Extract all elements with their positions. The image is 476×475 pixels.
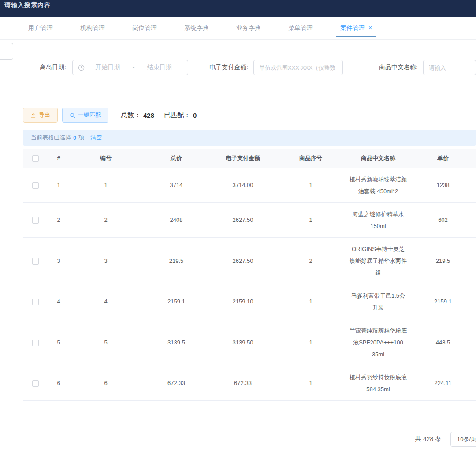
row-select-cell[interactable] (23, 366, 48, 400)
row-product-name: ORIGINS韦博士灵芝焕能好底子精华水两件组 (346, 237, 410, 284)
table-row: 2224082627.501海蓝之谜修护精萃水 150ml602 (23, 202, 476, 237)
row-product-name: 植村秀新琥珀臻萃洁颜油套装 450ml*2 (346, 168, 410, 202)
collapsed-panel-stub (0, 43, 13, 60)
count-summary: 总数：428 已匹配：0 (121, 111, 197, 120)
row-product-name: 海蓝之谜修护精萃水 150ml (346, 400, 410, 401)
row-unit-price: 224.11 (410, 366, 476, 400)
row-checkbox[interactable] (32, 340, 39, 346)
match-button-label: 一键匹配 (78, 111, 101, 119)
active-tab-underline (336, 36, 376, 37)
tab-4[interactable]: 系统字典 (182, 17, 212, 39)
pagination-footer: 共 428 条 10条/页 (0, 432, 476, 448)
row-unit-price: 2159.1 (410, 284, 476, 319)
table-row: 33219.52627.502ORIGINS韦博士灵芝焕能好底子精华水两件组21… (23, 237, 476, 284)
matched-value: 0 (193, 112, 197, 119)
tab-label: 业务字典 (236, 24, 261, 31)
pagination-total: 共 428 条 (415, 435, 441, 443)
table-body: 1137143714.001植村秀新琥珀臻萃洁颜油套装 450ml*212382… (23, 168, 476, 401)
row-seq: 2 (275, 237, 346, 284)
row-product-name: 马爹利蓝带干邑1.5公升装 (346, 284, 410, 319)
row-checkbox[interactable] (32, 380, 39, 387)
tab-1[interactable]: 用户管理 (26, 17, 56, 39)
table-row: 77602602.001海蓝之谜修护精萃水 150ml602 (23, 400, 476, 401)
row-unit-price: 602 (410, 400, 476, 401)
tab-5[interactable]: 业务字典 (234, 17, 264, 39)
row-select-cell[interactable] (23, 168, 48, 202)
table-row: 442159.12159.101马爹利蓝带干邑1.5公升装2159.1 (23, 284, 476, 319)
main-content: 离岛日期: 开始日期 - 结束日期 电子支付金额: 商品中文名称: 导出 (0, 40, 476, 448)
matched-label: 已匹配： (164, 111, 190, 120)
row-total: 672.33 (142, 366, 211, 400)
row-checkbox[interactable] (32, 182, 39, 189)
date-range-picker[interactable]: 开始日期 - 结束日期 (72, 60, 188, 75)
clock-icon (78, 64, 85, 71)
column-header: 电子支付金额 (211, 149, 275, 168)
row-select-cell[interactable] (23, 284, 48, 319)
row-select-cell[interactable] (23, 202, 48, 237)
tab-bar: 用户管理机构管理岗位管理系统字典业务字典菜单管理案件管理× (0, 17, 476, 40)
close-tab-icon[interactable]: × (368, 24, 372, 31)
export-button[interactable]: 导出 (23, 108, 58, 123)
row-index: 3 (48, 237, 70, 284)
row-index: 2 (48, 202, 70, 237)
table-row: 553139.53139.501兰蔻菁纯臻颜精华粉底液SPF20PA+++100… (23, 319, 476, 366)
global-search-input[interactable]: 请输入搜索内容 (4, 1, 51, 9)
amount-filter-label: 电子支付金额: (209, 64, 248, 71)
tab-3[interactable]: 岗位管理 (130, 17, 160, 39)
selection-suffix: 项 (78, 134, 84, 142)
selection-prefix: 当前表格已选择 (31, 134, 71, 142)
date-filter-label: 离岛日期: (40, 64, 66, 71)
data-table-wrap: #编号总价电子支付金额商品序号商品中文名称单价 1137143714.001植村… (23, 149, 476, 401)
row-product-name: 海蓝之谜修护精萃水 150ml (346, 202, 410, 237)
row-code: 4 (70, 284, 142, 319)
search-icon (70, 112, 75, 118)
row-select-cell[interactable] (23, 400, 48, 401)
row-unit-price: 448.5 (410, 319, 476, 366)
date-range-separator: - (131, 64, 137, 71)
tab-2[interactable]: 机构管理 (78, 17, 108, 39)
tab-6[interactable]: 菜单管理 (286, 17, 316, 39)
row-code: 3 (70, 237, 142, 284)
page-size-select[interactable]: 10条/页 (450, 432, 476, 447)
row-seq: 1 (275, 400, 346, 401)
data-table: #编号总价电子支付金额商品序号商品中文名称单价 1137143714.001植村… (23, 149, 476, 401)
one-click-match-button[interactable]: 一键匹配 (62, 108, 108, 123)
amount-input[interactable] (253, 60, 343, 75)
filter-row: 离岛日期: 开始日期 - 结束日期 电子支付金额: 商品中文名称: (0, 40, 476, 75)
row-product-name: 兰蔻菁纯臻颜精华粉底液SPF20PA+++100 35ml (346, 319, 410, 366)
clear-selection-link[interactable]: 清空 (90, 134, 102, 142)
row-index: 5 (48, 319, 70, 366)
table-row: 66672.33672.331植村秀羽纱持妆粉底液584 35ml224.11 (23, 366, 476, 400)
row-epay: 672.33 (211, 366, 275, 400)
column-header: 编号 (70, 149, 142, 168)
header-select-all[interactable] (23, 149, 48, 168)
row-product-name: 植村秀羽纱持妆粉底液584 35ml (346, 366, 410, 400)
product-name-filter-label: 商品中文名称: (379, 64, 418, 71)
row-index: 4 (48, 284, 70, 319)
row-seq: 1 (275, 319, 346, 366)
top-navbar: 请输入搜索内容 (0, 0, 476, 17)
row-unit-price: 219.5 (410, 237, 476, 284)
row-checkbox[interactable] (32, 258, 39, 265)
total-label: 总数： (121, 111, 141, 120)
row-code: 7 (70, 400, 142, 401)
column-header: 商品序号 (275, 149, 346, 168)
row-checkbox[interactable] (32, 217, 39, 224)
toolbar: 导出 一键匹配 总数：428 已匹配：0 (23, 108, 476, 123)
end-date-placeholder[interactable]: 结束日期 (136, 64, 182, 71)
row-total: 219.5 (142, 237, 211, 284)
column-header: 单价 (410, 149, 476, 168)
row-code: 2 (70, 202, 142, 237)
select-all-checkbox[interactable] (32, 155, 39, 162)
row-select-cell[interactable] (23, 319, 48, 366)
tab-label: 机构管理 (80, 24, 105, 31)
row-seq: 1 (275, 202, 346, 237)
product-name-input[interactable] (423, 60, 476, 75)
tab-label: 岗位管理 (132, 24, 157, 31)
row-select-cell[interactable] (23, 237, 48, 284)
row-checkbox[interactable] (32, 299, 39, 305)
tab-7[interactable]: 案件管理× (338, 17, 375, 39)
start-date-placeholder[interactable]: 开始日期 (85, 64, 131, 71)
row-epay: 2627.50 (211, 202, 275, 237)
row-epay: 2159.10 (211, 284, 275, 319)
